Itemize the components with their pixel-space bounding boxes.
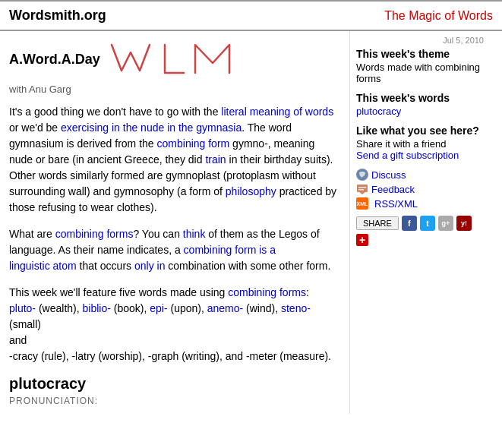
site-header: Wordsmith.org The Magic of Words [0, 0, 502, 31]
link-exercising[interactable]: exercising in the nude [61, 121, 164, 134]
googleplus-icon[interactable]: g+ [438, 216, 453, 231]
action-links: Discuss Feedback XML RSS/XML [356, 169, 484, 210]
handwriting-decoration [108, 39, 237, 80]
twitter-icon[interactable]: t [420, 216, 435, 231]
link-literal-meaning[interactable]: literal meaning of words [221, 106, 333, 118]
sidebar-like-heading: Like what you see here? [356, 125, 484, 137]
discuss-icon [356, 169, 368, 181]
link-only[interactable]: only in [134, 260, 165, 272]
article-content: A.Word.A.Day with Anu Garg It's a good t… [0, 31, 349, 414]
discuss-item: Discuss [356, 169, 484, 181]
sidebar-theme-text: Words made with combining forms [356, 62, 484, 84]
word-title-area: A.Word.A.Day [9, 39, 340, 80]
facebook-icon[interactable]: f [402, 216, 417, 231]
sidebar-theme-section: This week's theme Words made with combin… [356, 48, 484, 84]
article-para-1: It's a good thing we don't have to go wi… [9, 104, 340, 216]
pronunciation-label: PRONUNCIATION: [9, 396, 340, 406]
feedback-link[interactable]: Feedback [371, 184, 415, 195]
link-combining-forms-3[interactable]: combining forms [228, 286, 306, 298]
link-biblio[interactable]: biblio- [83, 302, 111, 314]
sidebar-like-text: Share it with a friend [356, 138, 484, 150]
link-philosophy[interactable]: philosophy [226, 185, 276, 197]
link-epi[interactable]: epi- [150, 302, 167, 314]
article-para-3: This week we'll feature five words made … [9, 285, 340, 364]
word-title: A.Word.A.Day [9, 52, 100, 68]
link-combining-form[interactable]: combining form [157, 137, 230, 150]
rss-link[interactable]: RSS/XML [374, 198, 418, 210]
site-tagline: The Magic of Words [384, 9, 493, 23]
svg-rect-1 [357, 185, 368, 192]
link-anemo[interactable]: anemo- [207, 302, 243, 314]
yahoo-icon[interactable]: y! [456, 216, 472, 231]
sidebar-theme-heading: This week's theme [356, 48, 484, 60]
article-para-2: What are combining forms? You can think … [9, 226, 340, 274]
link-train[interactable]: train [205, 153, 226, 166]
main-layout: A.Word.A.Day with Anu Garg It's a good t… [0, 31, 502, 414]
sidebar-date: Jul 5, 2010 [356, 36, 484, 45]
discuss-link[interactable]: Discuss [371, 169, 406, 181]
rss-icon: XML [356, 197, 368, 210]
link-steno[interactable]: steno- [281, 302, 311, 314]
word-heading: plutocracy [9, 375, 340, 393]
share-button[interactable]: SHARE [356, 216, 399, 230]
sidebar-gift-link[interactable]: Send a gift subscription [356, 150, 459, 161]
link-linguistic[interactable]: linguistic atom [9, 260, 77, 272]
rss-item: XML RSS/XML [356, 197, 484, 210]
svg-rect-3 [358, 189, 364, 191]
feedback-icon [356, 183, 368, 195]
author-line: with Anu Garg [9, 84, 340, 95]
and-text: and [9, 334, 27, 346]
sidebar: Jul 5, 2010 This week's theme Words made… [349, 31, 490, 414]
feedback-item: Feedback [356, 183, 484, 195]
link-gymnasia[interactable]: in the gymnasia [167, 121, 242, 134]
link-think[interactable]: think [183, 228, 206, 240]
link-combining-form-2[interactable]: combining form is a [184, 244, 276, 256]
link-pluto[interactable]: pluto- [9, 302, 36, 314]
share-bar: SHARE f t g+ y! [356, 216, 484, 231]
add-button[interactable]: + [356, 234, 368, 246]
sidebar-words-heading: This week's words [356, 92, 484, 104]
svg-rect-2 [358, 187, 366, 188]
sidebar-word-link[interactable]: plutocracy [356, 106, 401, 117]
site-title: Wordsmith.org [9, 8, 106, 24]
link-combining-forms-2[interactable]: combining forms [55, 228, 134, 240]
sidebar-like-section: Like what you see here? Share it with a … [356, 125, 484, 161]
sidebar-words-section: This week's words plutocracy [356, 92, 484, 117]
